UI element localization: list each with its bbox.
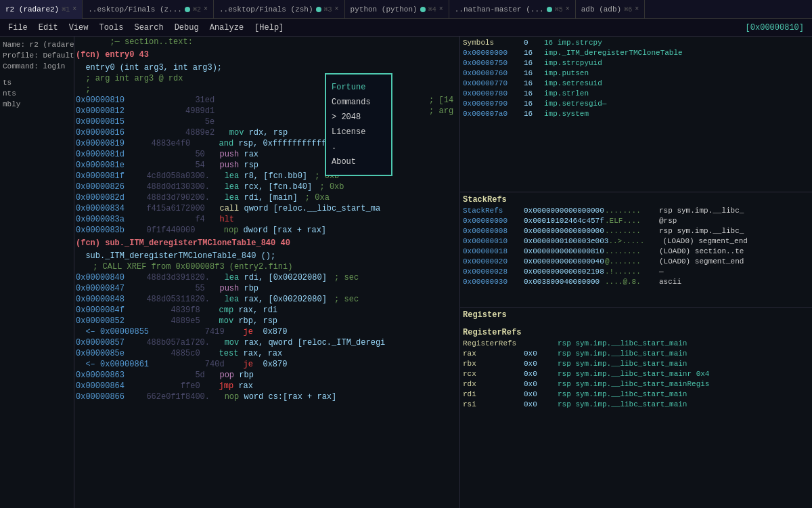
fcn-entry0: (fcn) entry0 43	[74, 47, 459, 62]
tab-r2-close[interactable]: ×	[72, 5, 76, 13]
left-sub3[interactable]: mbly	[3, 99, 71, 110]
sym-row-4: 0x00000780 16 imp.strlen	[463, 89, 809, 99]
asm-0848[interactable]: 0x00000848 488d05311820. lea rax, [0x002…	[74, 294, 459, 305]
registers-panel: Registers RegisterRefs RegisterRefs rsp …	[460, 308, 812, 508]
asm-081d[interactable]: 0x0000081d 50 push rax	[74, 149, 459, 160]
sym-size-2: 16	[524, 68, 544, 79]
reg-row-rax: rax 0x0 rsp sym.imp.__libc_start_main	[463, 349, 809, 359]
tab-5[interactable]: ..nathan-master (... ⌘5 ×	[449, 0, 576, 19]
registerrefs-header: RegisterRefs	[463, 326, 809, 339]
asm-0855[interactable]: <– 0x00000855 7419 je 0x870	[74, 326, 459, 337]
tab-6[interactable]: adb (adb) ⌘6 ×	[576, 0, 645, 19]
sym-size-1: 16	[524, 58, 544, 68]
tab-5-close[interactable]: ×	[566, 5, 570, 13]
menu-analyze[interactable]: Analyze	[204, 19, 249, 37]
tab-4-num: ⌘4	[428, 5, 436, 14]
tab-5-label: ..nathan-master (...	[455, 5, 544, 14]
sym-name-0: imp._ITM_deregisterTMCloneTable	[544, 48, 683, 58]
sym-addr-2: 0x00000760	[463, 68, 524, 79]
sr-row-3: 0x00000010 0x0000000100003e003 ..>..... …	[463, 236, 809, 247]
asm-0815[interactable]: 0x00000815 5e	[74, 117, 459, 127]
sym-size-5: 16	[524, 99, 544, 109]
symbols-header-label: Symbols	[463, 38, 524, 48]
asm-081f[interactable]: 0x0000081f 4c8d058a0300. lea r8, [fcn.bb…	[74, 171, 459, 182]
asm-0864[interactable]: 0x00000864 ffe0 jmp rax	[74, 381, 459, 391]
fortune-item-2048[interactable]: > 2048	[332, 110, 386, 125]
section-comment-text: ;— section..text:	[74, 37, 459, 47]
asm-0826[interactable]: 0x00000826 488d0d130300. lea rcx, [fcn.b…	[74, 182, 459, 192]
fortune-item-dot[interactable]: .	[332, 140, 386, 154]
menu-help[interactable]: [Help]	[249, 19, 289, 37]
asm-0866[interactable]: 0x00000866 662e0f1f8400. nop word cs:[ra…	[74, 391, 459, 402]
asm-083a[interactable]: 0x0000083a f4 hlt	[74, 214, 459, 225]
sym-row-1: 0x00000750 16 imp.strcpyuid	[463, 58, 809, 68]
tab-3-num: ⌘3	[324, 5, 332, 14]
left-sub1[interactable]: ts	[3, 77, 71, 88]
asm-0816[interactable]: 0x00000816 4889e2 mov rdx, rsp	[74, 127, 459, 138]
asm-0834[interactable]: 0x00000834 f415a6172000 call qword [relo…	[74, 203, 459, 214]
tab-6-num: ⌘6	[624, 5, 632, 14]
reg-row-rdx: rdx 0x0 rsp sym.imp.__libc_start_mainReg…	[463, 379, 809, 389]
sym-size-6: 16	[524, 109, 544, 119]
asm-081e[interactable]: 0x0000081e 54 push rsp	[74, 160, 459, 171]
sym-name-4: imp.strlen	[544, 89, 589, 99]
asm-0847[interactable]: 0x00000847 55 push rbp	[74, 283, 459, 294]
left-sub2[interactable]: nts	[3, 88, 71, 99]
left-name: Name: r2 (radare2)	[3, 39, 71, 50]
tab-2-close[interactable]: ×	[204, 5, 208, 13]
sym-addr-0: 0x00000000	[463, 48, 524, 58]
sr-row-6: 0x00000028 0x0000000000002198 .!...... —	[463, 267, 809, 277]
asm-0810[interactable]: 0x00000810 31ed ; [14	[74, 95, 459, 106]
tab-3[interactable]: ..esktop/Finals (zsh) ⌘3 ×	[214, 0, 345, 19]
sym-name-6: imp.system	[544, 109, 589, 119]
sr-row-2: 0x00000008 0x0000000000000000 ........ r…	[463, 226, 809, 236]
tab-3-close[interactable]: ×	[335, 5, 339, 13]
sym-row-2: 0x00000760 16 imp.putsen	[463, 68, 809, 79]
sym-row-3: 0x00000770 16 imp.setresuid	[463, 79, 809, 89]
fortune-item-commands[interactable]: Commands	[332, 95, 386, 110]
symbols-col2-header: 0	[524, 38, 544, 48]
fortune-item-license[interactable]: License	[332, 125, 386, 140]
symbols-col3-header: 16 imp.strcpy	[544, 38, 602, 48]
asm-0861[interactable]: <– 0x00000861 740d je 0x870	[74, 359, 459, 370]
tab-r2-label: r2 (radare2)	[5, 5, 59, 14]
fortune-item-fortune[interactable]: Fortune	[332, 80, 386, 95]
tab-6-close[interactable]: ×	[635, 5, 639, 13]
fortune-item-about[interactable]: About	[332, 154, 386, 169]
tab-4[interactable]: python (python) ⌘4 ×	[345, 0, 449, 19]
menu-edit[interactable]: Edit	[33, 19, 64, 37]
sym-row-5: 0x00000790 16 imp.setresgid—	[463, 99, 809, 109]
asm-0852[interactable]: 0x00000852 4889e5 mov rbp, rsp	[74, 316, 459, 326]
menu-file[interactable]: File	[3, 19, 33, 37]
menu-view[interactable]: View	[64, 19, 94, 37]
asm-082d[interactable]: 0x0000082d 488d3d790200. lea rdi, [main]…	[74, 192, 459, 203]
menu-tools[interactable]: Tools	[93, 19, 129, 37]
asm-0863[interactable]: 0x00000863 5d pop rbp	[74, 370, 459, 381]
sym-row-0: 0x00000000 16 imp._ITM_deregisterTMClone…	[463, 48, 809, 58]
sym-name-1: imp.strcpyuid	[544, 58, 602, 68]
right-panel: Symbols 0 16 imp.strcpy 0x00000000 16 im…	[460, 37, 812, 508]
tab-2-num: ⌘2	[193, 5, 201, 14]
asm-0812[interactable]: 0x00000812 4989d1 ; arg	[74, 106, 459, 117]
asm-084f[interactable]: 0x0000084f 4839f8 cmp rax, rdi	[74, 305, 459, 316]
menu-debug[interactable]: Debug	[169, 19, 204, 37]
tab-4-label: python (python)	[351, 5, 418, 14]
tab-6-label: adb (adb)	[581, 5, 621, 14]
reg-row-rcx: rcx 0x0 rsp sym.imp.__libc_start_mainr 0…	[463, 369, 809, 379]
tab-4-close[interactable]: ×	[439, 5, 443, 13]
asm-085e[interactable]: 0x0000085e 4885c0 test rax, rax	[74, 348, 459, 359]
tab-2[interactable]: ..esktop/Finals (z... ⌘2 ×	[83, 0, 214, 19]
asm-0857[interactable]: 0x00000857 488b057a1720. mov rax, qword …	[74, 337, 459, 348]
menu-search[interactable]: Search	[129, 19, 168, 37]
asm-0840[interactable]: 0x00000840 488d3d391820. lea rdi, [0x002…	[74, 272, 459, 283]
asm-083b[interactable]: 0x0000083b 0f1f440000 nop dword [rax + r…	[74, 225, 459, 236]
sym-name-5: imp.setresgid—	[544, 99, 606, 109]
sr-row-4: 0x00000018 0x0000000000000810 ........ (…	[463, 247, 809, 257]
tab-r2[interactable]: r2 (radare2) ⌘1 ×	[0, 0, 83, 19]
asm-0819[interactable]: 0x00000819 4883e4f0 and rsp, 0xfffffffff…	[74, 138, 459, 149]
sym-addr-6: 0x000007a0	[463, 109, 524, 119]
symbols-header: Symbols 0 16 imp.strcpy	[463, 38, 809, 48]
left-panel: Name: r2 (radare2) Profile: Default Comm…	[0, 37, 74, 508]
fortune-dropdown[interactable]: Fortune Commands > 2048 License . About	[325, 73, 392, 176]
sr-row-7: 0x00000030 0x003800040000000 ....@.8. as…	[463, 277, 809, 287]
